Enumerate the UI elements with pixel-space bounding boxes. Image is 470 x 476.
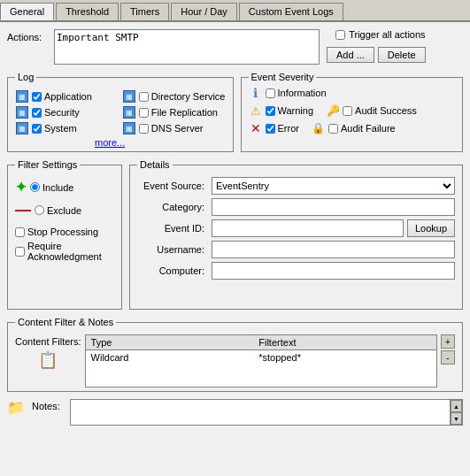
exclude-item: — Exclude <box>15 201 114 219</box>
event-id-row: Lookup <box>212 219 455 237</box>
event-severity-panel: Event Severity ℹ Information ⚠ Warning 🔑… <box>241 72 464 152</box>
delete-button[interactable]: Delete <box>378 47 426 63</box>
content-filter-icon: 📋 <box>38 350 58 370</box>
cf-cell-filtertext: *stopped* <box>253 350 436 365</box>
actions-row: Actions: Important SMTP Trigger all acti… <box>7 29 463 65</box>
sev-label-warning: Warning <box>278 105 314 116</box>
error-icon: ✕ <box>249 121 263 135</box>
log-check-dns-server[interactable] <box>139 124 149 134</box>
notes-scrollbar[interactable]: ▲ ▼ <box>450 400 462 425</box>
tab-timers[interactable]: Timers <box>120 3 169 20</box>
filter-settings-title: Filter Settings <box>15 159 80 170</box>
notes-section: 📁 Notes: ▲ ▼ <box>7 399 463 426</box>
more-link[interactable]: more... <box>95 137 226 148</box>
log-label-directory-service: Directory Service <box>151 91 226 102</box>
stop-processing-checkbox[interactable] <box>15 227 25 237</box>
log-check-system[interactable] <box>32 124 42 134</box>
log-label-application: Application <box>44 91 92 102</box>
stop-processing-label: Stop Processing <box>27 226 98 237</box>
log-item-directory-service: ▦ Directory Service <box>122 89 226 104</box>
cf-add-button[interactable]: + <box>441 334 455 349</box>
event-id-input[interactable] <box>212 219 404 237</box>
log-item-dns-server: ▦ DNS Server <box>122 121 226 135</box>
main-content: Actions: Important SMTP Trigger all acti… <box>0 22 470 433</box>
log-label-file-replication: File Replication <box>151 107 218 118</box>
lookup-button[interactable]: Lookup <box>407 219 455 237</box>
include-radio[interactable] <box>30 182 40 192</box>
log-label-security: Security <box>44 107 80 118</box>
computer-label: Computer: <box>137 265 208 276</box>
green-plus-icon: ✦ <box>15 179 27 196</box>
log-title: Log <box>15 72 36 82</box>
category-input[interactable] <box>212 198 455 216</box>
add-button[interactable]: Add ... <box>327 47 374 63</box>
tab-threshold[interactable]: Threshold <box>56 3 119 20</box>
bottom-panels: Filter Settings ✦ Include — Exclude Stop… <box>7 159 463 310</box>
exclude-radio[interactable] <box>35 205 44 215</box>
notes-label: Notes: <box>32 399 63 411</box>
computer-input[interactable] <box>212 262 455 280</box>
sev-item-audit-failure: 🔒 Audit Failure <box>312 121 396 135</box>
content-filter-title: Content Filter & Notes <box>15 317 116 327</box>
details-grid: Event Source: EventSentry Category: Even… <box>137 177 455 280</box>
actions-buttons: Trigger all actions Add ... Delete <box>327 29 426 63</box>
include-radio-label[interactable]: Include <box>30 182 73 193</box>
sev-check-audit-success[interactable] <box>343 106 352 116</box>
log-check-security[interactable] <box>32 108 42 118</box>
log-icon-file-replication: ▦ <box>122 105 136 119</box>
sev-label-error: Error <box>278 123 299 134</box>
log-icon-application: ▦ <box>15 89 29 104</box>
sev-check-information[interactable] <box>266 88 275 98</box>
cf-inner: Content Filters: 📋 Type Filtertext Wildc… <box>15 334 455 388</box>
sev-check-audit-failure[interactable] <box>328 124 338 134</box>
sev-item-error: ✕ Error <box>249 121 299 135</box>
cf-icon-col: Content Filters: 📋 <box>15 334 81 388</box>
include-label: Include <box>42 182 73 193</box>
audit-success-icon: 🔑 <box>326 104 340 118</box>
require-ack-checkbox[interactable] <box>15 247 25 257</box>
cf-table-container: Type Filtertext Wildcard *stopped* <box>85 334 437 388</box>
log-check-file-replication[interactable] <box>139 108 149 118</box>
log-icon-security: ▦ <box>15 105 29 119</box>
table-row[interactable]: Wildcard *stopped* <box>86 350 436 365</box>
cf-cell-type: Wildcard <box>86 350 254 365</box>
trigger-all-checkbox[interactable] <box>335 30 345 40</box>
log-grid: ▦ Application ▦ Directory Service ▦ <box>15 89 226 135</box>
event-source-select[interactable]: EventSentry <box>212 177 455 195</box>
log-icon-system: ▦ <box>15 121 29 135</box>
cf-remove-button[interactable]: - <box>441 350 455 365</box>
log-icon-directory-service: ▦ <box>122 89 136 104</box>
sev-check-error[interactable] <box>266 124 275 134</box>
sev-label-audit-success: Audit Success <box>355 105 417 116</box>
category-label: Category: <box>137 202 208 212</box>
actions-label: Actions: <box>7 29 47 42</box>
log-check-application[interactable] <box>32 92 42 102</box>
log-icon-dns-server: ▦ <box>122 121 136 135</box>
sev-label-information: Information <box>278 88 327 98</box>
exclude-label: Exclude <box>47 205 81 216</box>
log-check-directory-service[interactable] <box>139 92 149 102</box>
content-filters-label: Content Filters: <box>15 336 81 347</box>
information-icon: ℹ <box>249 86 263 100</box>
event-severity-title: Event Severity <box>249 72 317 82</box>
notes-icon: 📁 <box>7 399 25 416</box>
actions-textarea[interactable]: Important SMTP <box>54 29 320 65</box>
log-item-file-replication: ▦ File Replication <box>122 105 226 119</box>
trigger-row: Trigger all actions <box>335 29 425 40</box>
username-input[interactable] <box>212 241 455 258</box>
warning-icon: ⚠ <box>249 104 263 118</box>
cf-col-type: Type <box>86 335 254 350</box>
tab-bar: General Threshold Timers Hour / Day Cust… <box>0 0 470 22</box>
tab-general[interactable]: General <box>0 3 54 20</box>
include-item: ✦ Include <box>15 179 114 196</box>
require-ack-label: Require Acknowledgment <box>27 241 114 262</box>
exclude-radio-label[interactable]: Exclude <box>35 205 81 216</box>
log-label-dns-server: DNS Server <box>151 123 204 134</box>
notes-textarea[interactable] <box>71 400 450 425</box>
scroll-down-arrow[interactable]: ▼ <box>451 412 462 425</box>
sev-check-warning[interactable] <box>266 106 275 116</box>
tab-hour-day[interactable]: Hour / Day <box>171 3 237 20</box>
event-source-label: Event Source: <box>137 180 208 191</box>
tab-custom-event-logs[interactable]: Custom Event Logs <box>239 3 343 20</box>
scroll-up-arrow[interactable]: ▲ <box>451 400 462 412</box>
